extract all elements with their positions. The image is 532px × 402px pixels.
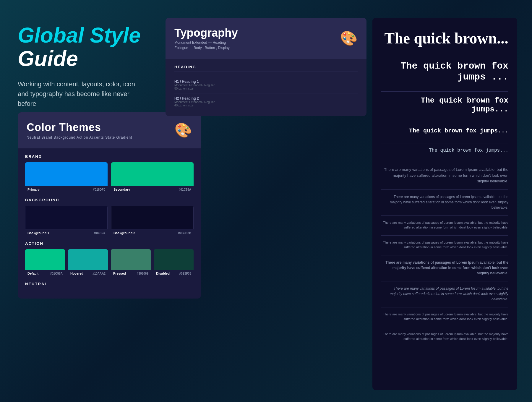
hovered-label: Hovered	[70, 272, 83, 275]
display-h4: The quick brown fox jumps...	[381, 127, 508, 134]
neutral-section-label: NEUTRAL	[18, 282, 201, 286]
palette-icon: 🎨	[174, 122, 192, 139]
display-body-3: There are many variations of passages of…	[381, 220, 508, 230]
bg2-swatch: Background 2 #0B0B2B	[111, 206, 194, 236]
disabled-label: Disabled	[156, 272, 170, 275]
divider-2	[381, 91, 508, 92]
bg1-swatch-label: Background 1 #080134	[25, 229, 108, 236]
typography-palette-icon: 🎨	[340, 30, 358, 47]
bg2-swatch-label: Background 2 #0B0B2B	[111, 229, 194, 236]
primary-swatch: Primary #018DF0	[25, 162, 108, 193]
disabled-swatch-block	[154, 249, 194, 270]
display-body-2: There are many variations of passages of…	[381, 194, 508, 210]
secondary-swatch-label: Secondary #01C58A	[111, 186, 194, 193]
divider-12	[381, 327, 508, 327]
h2-sub2: 40 px font size	[174, 104, 358, 107]
divider-6	[381, 189, 508, 190]
divider-1	[381, 56, 508, 56]
display-body-4: There are many variations of passages of…	[381, 240, 508, 250]
color-card-header-text: Color Themes Neutral Brand Background Ac…	[27, 121, 132, 140]
bg2-swatch-block	[111, 206, 194, 229]
hero-title-line1: Global Style	[18, 24, 154, 47]
heading-item-h1: H1 / Heading 1 Monument Extended - Regul…	[174, 77, 358, 93]
divider-9	[381, 255, 508, 255]
divider-4	[381, 143, 508, 143]
color-card-title: Color Themes	[27, 121, 132, 134]
divider-8	[381, 235, 508, 236]
color-card-header: Color Themes Neutral Brand Background Ac…	[18, 112, 201, 148]
divider-10	[381, 281, 508, 281]
secondary-label: Secondary	[113, 188, 130, 191]
default-hex: #01C58A	[50, 272, 63, 275]
pressed-label: Pressed	[113, 272, 126, 275]
default-swatch: Default #01C58A	[25, 249, 65, 277]
background-color-row: Background 1 #080134 Background 2 #0B0B2…	[18, 206, 201, 236]
bg1-swatch-block	[25, 206, 108, 229]
h1-label: H1 / Heading 1	[174, 80, 358, 84]
heading-item-h2: H2 / Heading 2 Monument Extended - Regul…	[174, 93, 358, 110]
secondary-hex: #01C58A	[179, 188, 191, 191]
display-body-1: There are many variations of passages of…	[381, 167, 508, 184]
bg2-label: Background 2	[113, 231, 135, 235]
typography-title: Typography	[174, 27, 238, 39]
brand-color-row: Primary #018DF0 Secondary #01C58A	[18, 162, 201, 193]
typography-panel: Typography Monument Extended — Heading E…	[166, 18, 366, 116]
default-swatch-block	[25, 249, 65, 270]
primary-hex: #018DF0	[93, 188, 105, 191]
pressed-swatch-label: Pressed #398069	[111, 270, 151, 277]
h2-label: H2 / Heading 2	[174, 96, 358, 100]
hovered-hex: #10AAA2	[93, 272, 106, 275]
typography-subtitle-line1: Monument Extended — Heading	[174, 40, 238, 45]
secondary-swatch: Secondary #01C58A	[111, 162, 194, 193]
hovered-swatch: Hovered #10AAA2	[68, 249, 108, 277]
display-body-6: There are many variations of passages of…	[381, 286, 508, 302]
pressed-swatch: Pressed #398069	[111, 249, 151, 277]
divider-5	[381, 162, 508, 162]
action-color-row: Default #01C58A Hovered #10AAA2 Pressed …	[18, 249, 201, 277]
display-body-8: There are many variations of passages of…	[381, 332, 508, 341]
background-section-label: BACKGROUND	[18, 198, 201, 202]
bg1-label: Background 1	[27, 231, 49, 235]
hovered-swatch-block	[68, 249, 108, 270]
display-body-5: There are many variations of passages of…	[381, 260, 508, 276]
typography-display-panel: The quick brown... The quick brown fox j…	[372, 18, 517, 390]
bg2-hex: #0B0B2B	[178, 231, 191, 235]
pressed-swatch-block	[111, 249, 151, 270]
display-h3: The quick brown fox jumps...	[381, 96, 508, 114]
typography-header: Typography Monument Extended — Heading E…	[166, 18, 366, 59]
h2-sub1: Monument Extended - Regular	[174, 100, 358, 104]
typography-header-text: Typography Monument Extended — Heading E…	[174, 27, 238, 50]
primary-swatch-label: Primary #018DF0	[25, 186, 108, 193]
divider-7	[381, 215, 508, 216]
hero-title-line2: Guide	[18, 47, 154, 70]
pressed-hex: #398069	[137, 272, 148, 275]
display-body-7: There are many variations of passages of…	[381, 312, 508, 322]
hovered-swatch-label: Hovered #10AAA2	[68, 270, 108, 277]
typography-subtitle-line2: Epilogue — Body , Button , Display	[174, 46, 238, 50]
brand-section-label: BRAND	[18, 154, 201, 159]
disabled-swatch: Disabled #0E3F38	[154, 249, 194, 277]
heading-section-label: HEADING	[174, 65, 358, 72]
secondary-swatch-block	[111, 162, 194, 186]
hero-title: Global Style Guide	[18, 24, 154, 70]
display-h5: The quick brown fox jumps...	[381, 148, 508, 153]
h1-sub1: Monument Extended - Regular	[174, 84, 358, 87]
typography-body: HEADING H1 / Heading 1 Monument Extended…	[166, 59, 366, 116]
primary-label: Primary	[27, 188, 40, 191]
divider-11	[381, 307, 508, 307]
hero-description: Working with content, layouts, color, ic…	[18, 79, 142, 108]
color-card-subtitle: Neutral Brand Background Action Accents …	[27, 135, 132, 140]
disabled-swatch-label: Disabled #0E3F38	[154, 270, 194, 277]
primary-swatch-block	[25, 162, 108, 186]
divider-3	[381, 123, 508, 123]
display-h2: The quick brown fox jumps ...	[381, 61, 508, 82]
bg1-hex: #080134	[94, 231, 105, 235]
default-swatch-label: Default #01C58A	[25, 270, 65, 277]
color-themes-card: Color Themes Neutral Brand Background Ac…	[18, 112, 201, 299]
h1-sub2: 80 px font size	[174, 87, 358, 90]
disabled-hex: #0E3F38	[179, 272, 191, 275]
action-section-label: ACTION	[18, 241, 201, 246]
default-label: Default	[27, 272, 38, 275]
display-h1: The quick brown...	[381, 30, 508, 47]
bg1-swatch: Background 1 #080134	[25, 206, 108, 236]
